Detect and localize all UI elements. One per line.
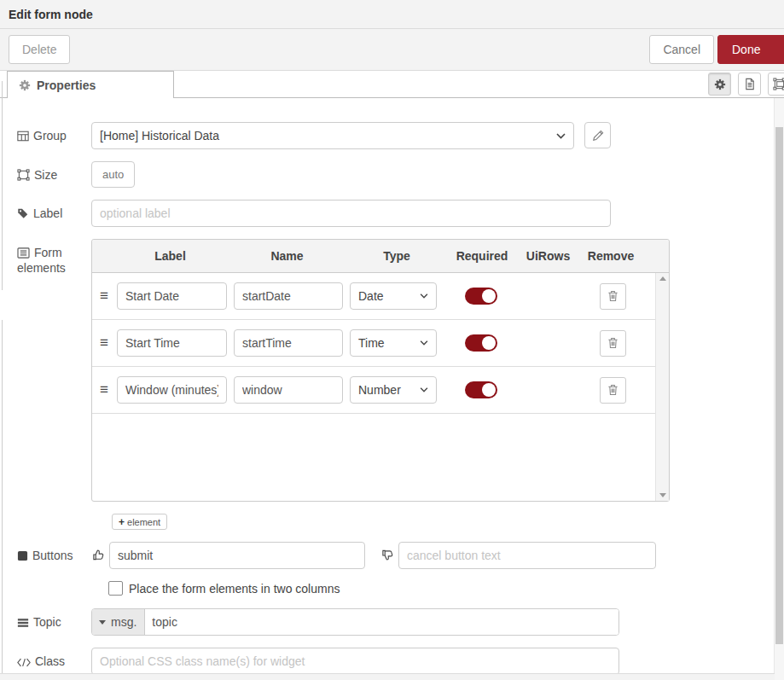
tray-resize-grip[interactable] bbox=[2, 81, 3, 290]
object-group-icon bbox=[773, 78, 784, 90]
done-button[interactable]: Done bbox=[717, 35, 784, 64]
edit-group-button[interactable] bbox=[584, 122, 611, 148]
scroll-up-icon[interactable] bbox=[659, 276, 666, 281]
object-group-icon bbox=[17, 169, 30, 181]
document-icon bbox=[744, 78, 756, 90]
description-button[interactable] bbox=[738, 73, 761, 96]
scroll-down-icon[interactable] bbox=[659, 493, 666, 497]
trash-icon bbox=[607, 337, 618, 349]
required-toggle[interactable] bbox=[465, 334, 497, 352]
tag-icon bbox=[17, 207, 29, 219]
trash-icon bbox=[607, 290, 618, 302]
table-header: Label Name Type Required UiRows Remove bbox=[92, 240, 669, 273]
topic-typed-input: msg. bbox=[91, 608, 619, 636]
table-scrollbar[interactable] bbox=[655, 273, 669, 501]
submit-button-text-input[interactable] bbox=[109, 542, 365, 569]
remove-element-button[interactable] bbox=[600, 377, 626, 404]
form-elements-row: Form elements Label Name Type Required U… bbox=[0, 239, 784, 502]
tab-icon-buttons bbox=[708, 73, 784, 96]
remove-element-button[interactable] bbox=[600, 283, 626, 310]
add-element-button[interactable]: + element bbox=[112, 514, 167, 530]
topic-label: Topic bbox=[0, 608, 91, 636]
column-header-type: Type bbox=[346, 249, 448, 263]
tab-properties[interactable]: Properties bbox=[7, 71, 174, 98]
column-header-required: Required bbox=[448, 249, 516, 263]
element-type-select[interactable]: Number bbox=[350, 376, 437, 404]
dialog-title: Edit form node bbox=[9, 8, 93, 21]
pencil-icon bbox=[592, 130, 604, 142]
dialog-content: Group [Home] Historical Data bbox=[0, 98, 784, 680]
chevron-down-icon bbox=[420, 387, 428, 392]
element-name-input[interactable] bbox=[234, 329, 343, 357]
group-row: Group [Home] Historical Data bbox=[0, 122, 784, 149]
dialog-header: Edit form node bbox=[0, 0, 784, 29]
drag-handle-icon[interactable]: ≡ bbox=[92, 381, 117, 398]
page-scrollbar-thumb[interactable] bbox=[775, 127, 783, 644]
drag-handle-icon[interactable]: ≡ bbox=[92, 334, 117, 352]
drag-handle-icon[interactable]: ≡ bbox=[92, 288, 117, 305]
tray-resize-grip-lower[interactable] bbox=[2, 320, 3, 680]
column-header-remove: Remove bbox=[580, 249, 642, 263]
chevron-down-icon bbox=[420, 340, 428, 346]
column-header-label: Label bbox=[112, 249, 229, 263]
size-label: Size bbox=[0, 161, 91, 188]
square-icon bbox=[17, 550, 28, 561]
label-row: Label bbox=[0, 200, 784, 227]
group-select-value: [Home] Historical Data bbox=[100, 129, 219, 142]
element-type-select[interactable]: Date bbox=[350, 282, 437, 310]
appearance-button[interactable] bbox=[768, 73, 784, 96]
thumbs-down-icon bbox=[381, 549, 394, 569]
group-select[interactable]: [Home] Historical Data bbox=[91, 122, 574, 149]
properties-gear-button[interactable] bbox=[708, 73, 731, 96]
column-header-name: Name bbox=[229, 249, 346, 263]
remove-element-button[interactable] bbox=[600, 330, 626, 357]
chevron-down-icon bbox=[420, 294, 428, 299]
code-icon bbox=[17, 658, 31, 667]
tab-properties-label: Properties bbox=[37, 78, 96, 92]
table-icon bbox=[17, 131, 29, 142]
thumbs-up-icon bbox=[92, 549, 105, 569]
element-label-input[interactable] bbox=[117, 329, 227, 357]
class-input[interactable] bbox=[91, 648, 619, 675]
topic-row: Topic msg. bbox=[0, 608, 784, 636]
topic-type-label: msg. bbox=[111, 615, 136, 629]
two-columns-row: Place the form elements in two columns bbox=[108, 581, 784, 596]
cancel-button-text-input[interactable] bbox=[398, 542, 656, 569]
required-toggle[interactable] bbox=[465, 381, 497, 398]
table-row: ≡ Number bbox=[92, 367, 655, 414]
column-header-uirows: UiRows bbox=[516, 249, 580, 263]
plus-icon: + bbox=[119, 516, 125, 528]
form-elements-table: Label Name Type Required UiRows Remove ≡ bbox=[91, 239, 670, 502]
delete-button[interactable]: Delete bbox=[9, 35, 70, 64]
size-row: Size auto bbox=[0, 161, 784, 188]
element-type-select[interactable]: Time bbox=[350, 329, 437, 357]
size-auto-button[interactable]: auto bbox=[91, 161, 135, 188]
element-name-input[interactable] bbox=[234, 282, 343, 310]
element-label-input[interactable] bbox=[117, 376, 227, 404]
chevron-down-icon bbox=[556, 133, 566, 139]
topic-type-button[interactable]: msg. bbox=[92, 609, 145, 635]
label-input[interactable] bbox=[91, 200, 611, 227]
element-name-input[interactable] bbox=[234, 376, 343, 404]
page-scrollbar[interactable] bbox=[774, 98, 784, 680]
dialog-bottom-edge bbox=[0, 673, 775, 680]
two-columns-label: Place the form elements in two columns bbox=[129, 582, 340, 596]
caret-down-icon bbox=[99, 620, 106, 625]
class-row: Class bbox=[0, 648, 784, 675]
gear-icon bbox=[19, 79, 31, 91]
tab-bar: Properties bbox=[0, 71, 784, 98]
table-body: ≡ Date bbox=[92, 273, 669, 501]
buttons-row: Buttons bbox=[0, 542, 784, 569]
table-row: ≡ Time bbox=[92, 320, 655, 367]
two-columns-checkbox[interactable] bbox=[108, 581, 123, 596]
group-label: Group bbox=[0, 122, 91, 149]
element-label-input[interactable] bbox=[117, 282, 227, 310]
label-label: Label bbox=[0, 200, 91, 227]
buttons-label: Buttons bbox=[0, 542, 91, 569]
add-element-row: + element bbox=[0, 502, 784, 530]
table-row: ≡ Date bbox=[92, 273, 655, 320]
required-toggle[interactable] bbox=[465, 288, 497, 305]
topic-input[interactable] bbox=[145, 609, 618, 635]
class-label: Class bbox=[0, 648, 91, 675]
cancel-button[interactable]: Cancel bbox=[649, 35, 714, 64]
